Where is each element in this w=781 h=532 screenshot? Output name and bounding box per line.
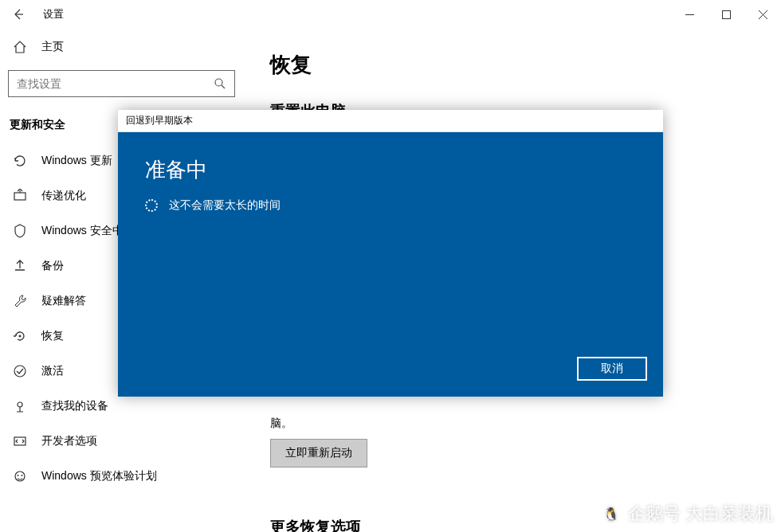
insider-icon	[13, 469, 27, 483]
sidebar-item-insider[interactable]: Windows 预览体验计划	[8, 459, 235, 494]
more-options-section: 更多恢复选项 了解如何进行 Windows 的全新安装以便开始全新的体验	[270, 517, 754, 532]
sidebar-item-label: Windows 预览体验计划	[41, 469, 157, 483]
sidebar-item-label: 恢复	[41, 329, 64, 343]
arrow-left-icon	[12, 8, 25, 21]
dialog-status-row: 这不会需要太长的时间	[145, 198, 636, 213]
sidebar-item-label: 开发者选项	[41, 434, 97, 448]
rollback-dialog: 回退到早期版本 准备中 这不会需要太长的时间 取消	[118, 110, 663, 397]
dialog-title: 准备中	[145, 156, 636, 184]
dialog-body: 准备中 这不会需要太长的时间 取消	[118, 132, 663, 397]
recovery-icon	[13, 329, 27, 343]
svg-point-4	[14, 366, 26, 377]
delivery-icon	[13, 189, 27, 203]
cancel-button[interactable]: 取消	[577, 357, 647, 381]
dialog-header-title: 回退到早期版本	[126, 114, 193, 127]
search-box[interactable]	[8, 70, 235, 97]
sidebar-item-label: 疑难解答	[41, 294, 86, 308]
minimize-icon	[685, 10, 694, 19]
svg-point-5	[18, 402, 22, 407]
check-icon	[13, 364, 27, 378]
back-button[interactable]	[10, 6, 27, 23]
titlebar-left: 设置	[10, 6, 64, 23]
maximize-button[interactable]	[708, 2, 744, 27]
location-icon	[13, 399, 27, 413]
search-icon	[214, 77, 226, 90]
titlebar: 设置	[0, 0, 781, 29]
sidebar-item-label: 备份	[41, 259, 64, 273]
backup-icon	[13, 259, 27, 273]
dialog-status-text: 这不会需要太长的时间	[169, 198, 281, 213]
home-icon	[13, 40, 27, 54]
spinner-icon	[145, 199, 158, 212]
sidebar-item-label: 查找我的设备	[41, 399, 108, 413]
partial-text: 脑。	[270, 417, 754, 431]
svg-point-9	[22, 475, 23, 476]
more-options-title: 更多恢复选项	[270, 517, 754, 532]
svg-point-8	[18, 475, 19, 476]
svg-point-1	[215, 79, 222, 86]
restart-button[interactable]: 立即重新启动	[270, 439, 367, 467]
close-icon	[759, 10, 767, 19]
search-input[interactable]	[17, 77, 214, 90]
sidebar-home-label: 主页	[41, 40, 64, 54]
dialog-header: 回退到早期版本	[118, 110, 663, 132]
page-title: 恢复	[270, 51, 754, 79]
shield-icon	[13, 224, 27, 238]
sidebar-item-developer[interactable]: 开发者选项	[8, 424, 235, 459]
window-title: 设置	[43, 7, 64, 22]
maximize-icon	[722, 10, 731, 19]
sidebar-home[interactable]: 主页	[8, 32, 235, 62]
svg-rect-0	[722, 10, 730, 18]
developer-icon	[13, 434, 27, 448]
update-icon	[13, 154, 27, 168]
sidebar-item-label: Windows 更新	[41, 154, 112, 168]
svg-rect-2	[14, 193, 26, 200]
svg-point-3	[19, 335, 22, 338]
close-button[interactable]	[744, 2, 781, 27]
sidebar-item-label: 激活	[41, 364, 64, 378]
minimize-button[interactable]	[671, 2, 708, 27]
window-controls	[671, 2, 781, 27]
sidebar-item-label: 传递优化	[41, 189, 86, 203]
wrench-icon	[13, 294, 27, 308]
